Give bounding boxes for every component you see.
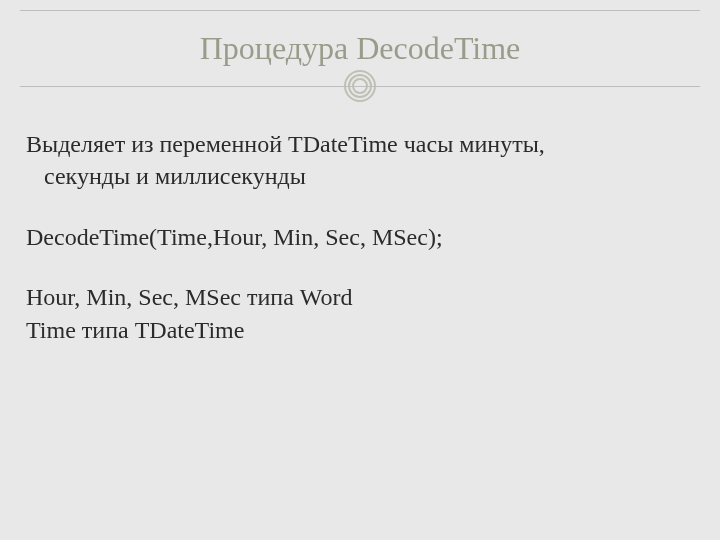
body-p1-l2: секунды и миллисекунды [26, 160, 694, 192]
body-p2: DecodeTime(Time,Hour, Min, Sec, MSec); [26, 224, 443, 250]
body-p1-l1: Выделяет из переменной TDateTime часы ми… [26, 131, 545, 157]
header-rule-top [20, 10, 700, 11]
body-p3-l2: Time типа TDateTime [26, 317, 244, 343]
body-p3-l1: Hour, Min, Sec, MSec типа Word [26, 284, 353, 310]
header-rule-bottom [20, 86, 700, 87]
slide-title: Процедура DecodeTime [0, 30, 720, 67]
slide-body: Выделяет из переменной TDateTime часы ми… [26, 128, 694, 346]
